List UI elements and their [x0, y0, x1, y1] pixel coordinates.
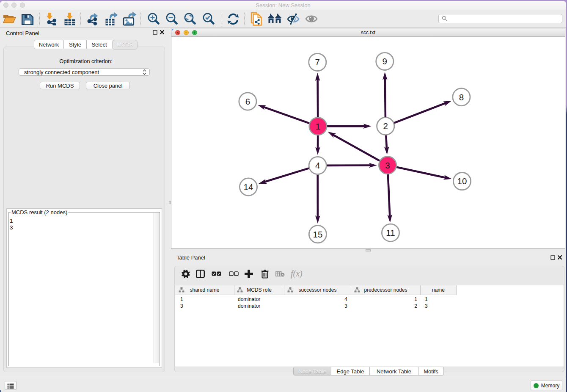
svg-text:7: 7 [315, 57, 320, 67]
svg-text:11: 11 [386, 228, 395, 237]
svg-text:4: 4 [315, 160, 320, 170]
svg-text:6: 6 [245, 97, 250, 106]
svg-text:9: 9 [383, 56, 387, 66]
svg-text:15: 15 [313, 229, 322, 239]
svg-text:3: 3 [385, 160, 390, 170]
svg-text:14: 14 [244, 182, 253, 192]
svg-text:2: 2 [383, 121, 388, 131]
svg-text:8: 8 [459, 92, 464, 102]
svg-text:10: 10 [457, 176, 467, 186]
svg-text:1: 1 [316, 121, 320, 131]
